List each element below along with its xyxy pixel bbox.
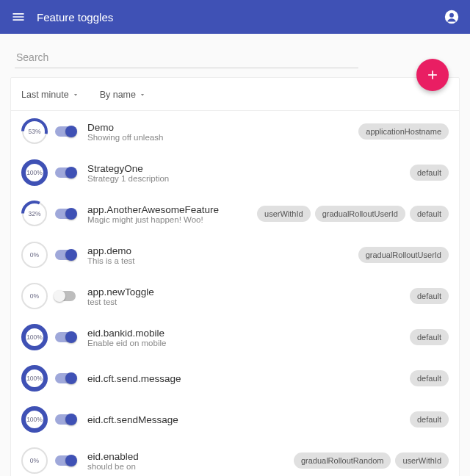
strategy-chips: default <box>410 411 449 428</box>
metric-ring-label: 0% <box>21 283 48 309</box>
metric-ring-label: 100% <box>21 365 48 392</box>
strategy-chip[interactable]: gradualRolloutRandom <box>294 452 391 469</box>
strategy-chips: gradualRolloutUserId <box>358 247 449 263</box>
metric-ring-label: 100% <box>21 324 48 350</box>
strategy-chip[interactable]: default <box>410 165 449 181</box>
strategy-chips: default <box>410 370 449 386</box>
metric-ring: 100% <box>21 365 48 392</box>
account-icon[interactable] <box>444 9 460 25</box>
feature-name: app.newToggle <box>87 286 154 298</box>
strategy-chip[interactable]: default <box>410 370 449 386</box>
feature-name: app.AnotherAwesomeFeature <box>87 204 219 215</box>
metric-ring: 0% <box>21 447 48 474</box>
time-filter[interactable]: Last minute <box>21 90 79 100</box>
feature-name: eid.cft.send.message <box>87 373 181 384</box>
feature-desc: This is a test <box>87 256 135 265</box>
feature-row[interactable]: 100% eid.cft.send.message default <box>11 358 459 399</box>
metric-ring-label: 100% <box>21 159 48 186</box>
hamburger-icon[interactable] <box>10 9 26 25</box>
time-filter-label: Last minute <box>21 90 69 100</box>
feature-desc: should be on <box>87 462 139 471</box>
feature-text: eid.cft.send.message <box>87 373 181 384</box>
enable-toggle[interactable] <box>55 167 76 178</box>
enable-toggle[interactable] <box>55 414 76 425</box>
feature-desc: test test <box>87 298 154 306</box>
feature-row[interactable]: 100% eid.cft.sendMessage default <box>11 399 459 440</box>
strategy-chip[interactable]: applicationHostname <box>358 123 449 140</box>
feature-row[interactable]: 100% eid.bankid.mobile Enable eid on mob… <box>11 317 459 358</box>
feature-text: app.newToggle test test <box>87 286 154 306</box>
appbar: Feature toggles <box>0 0 470 34</box>
feature-row[interactable]: 53% Demo Showing off unleashapplicationH… <box>11 111 459 152</box>
feature-text: eid.bankid.mobile Enable eid on mobile <box>87 328 166 347</box>
enable-toggle[interactable] <box>55 250 76 260</box>
metric-ring: 100% <box>21 406 48 433</box>
feature-text: app.AnotherAwesomeFeature Magic might ju… <box>87 204 219 224</box>
metric-ring-label: 100% <box>21 406 48 433</box>
feature-text: eid.enabled should be on <box>87 451 139 471</box>
feature-text: app.demo This is a test <box>87 245 135 265</box>
feature-name: StrategyOne <box>87 163 169 174</box>
appbar-title: Feature toggles <box>37 11 113 24</box>
metric-ring: 32% <box>21 201 48 227</box>
feature-row[interactable]: 100% StrategyOne Strategy 1 descriptiond… <box>11 152 459 193</box>
feature-desc: Showing off unleash <box>87 133 163 142</box>
feature-name: Demo <box>87 122 163 133</box>
strategy-chips: applicationHostname <box>358 123 449 140</box>
metric-ring-label: 0% <box>21 242 48 268</box>
sort-filter-label: By name <box>100 90 136 100</box>
strategy-chip[interactable]: default <box>410 329 449 345</box>
strategy-chip[interactable]: gradualRolloutUserId <box>315 206 405 222</box>
feature-row[interactable]: 0% app.demo This is a testgradualRollout… <box>11 234 459 275</box>
feature-desc: Enable eid on mobile <box>87 339 166 347</box>
feature-row[interactable]: 0% app.newToggle test testdefault <box>11 275 459 317</box>
strategy-chips: default <box>410 165 449 181</box>
feature-row[interactable]: 32% app.AnotherAwesomeFeature Magic migh… <box>11 193 459 234</box>
metric-ring: 100% <box>21 324 48 350</box>
enable-toggle[interactable] <box>55 291 76 301</box>
strategy-chips: default <box>410 329 449 345</box>
chevron-down-icon <box>139 91 146 98</box>
chevron-down-icon <box>72 91 79 98</box>
feature-name: eid.enabled <box>87 451 139 462</box>
metric-ring: 100% <box>21 159 48 186</box>
feature-desc: Strategy 1 description <box>87 174 169 183</box>
strategy-chip[interactable]: default <box>410 411 449 428</box>
metric-ring: 0% <box>21 283 48 309</box>
metric-ring-label: 0% <box>21 447 48 474</box>
enable-toggle[interactable] <box>55 126 76 137</box>
feature-name: app.demo <box>87 245 135 256</box>
enable-toggle[interactable] <box>55 455 76 466</box>
metric-ring-label: 53% <box>21 118 48 145</box>
feature-text: eid.cft.sendMessage <box>87 414 178 425</box>
strategy-chips: gradualRolloutRandomuserWithId <box>294 452 449 469</box>
metric-ring: 0% <box>21 242 48 268</box>
search-wrap <box>4 34 466 77</box>
feature-name: eid.bankid.mobile <box>87 328 166 339</box>
feature-desc: Magic might just happen! Woo! <box>87 215 219 224</box>
feature-list: 53% Demo Showing off unleashapplicationH… <box>11 111 459 476</box>
strategy-chip[interactable]: userWithId <box>395 452 449 469</box>
feature-name: eid.cft.sendMessage <box>87 414 178 425</box>
add-feature-button[interactable] <box>416 59 449 91</box>
metric-ring-label: 32% <box>21 201 48 227</box>
strategy-chip[interactable]: userWithId <box>257 206 311 222</box>
strategy-chip[interactable]: default <box>410 288 449 304</box>
strategy-chips: default <box>410 288 449 304</box>
metric-ring: 53% <box>21 118 48 145</box>
enable-toggle[interactable] <box>55 373 76 383</box>
strategy-chip[interactable]: gradualRolloutUserId <box>358 247 449 263</box>
strategy-chips: userWithIdgradualRolloutUserIddefault <box>257 206 449 222</box>
svg-point-1 <box>449 13 454 18</box>
enable-toggle[interactable] <box>55 209 76 219</box>
enable-toggle[interactable] <box>55 332 76 342</box>
strategy-chip[interactable]: default <box>410 206 449 222</box>
feature-text: Demo Showing off unleash <box>87 122 163 142</box>
feature-row[interactable]: 0% eid.enabled should be ongradualRollou… <box>11 440 459 476</box>
feature-text: StrategyOne Strategy 1 description <box>87 163 169 183</box>
search-input[interactable] <box>15 47 358 68</box>
feature-card: Last minute By name 53% Demo Showing off… <box>10 77 460 476</box>
sort-filter[interactable]: By name <box>100 90 146 100</box>
